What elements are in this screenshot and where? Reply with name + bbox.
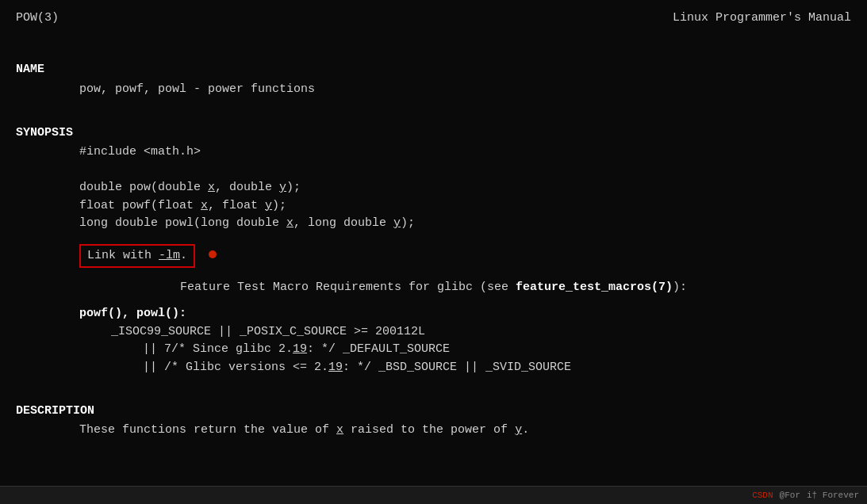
param-y-3: y [393,216,401,230]
forever-label: i† Forever [807,489,859,502]
param-x-2: x [201,199,208,212]
man-page: POW(3) Linux Programmer's Manual NAME po… [0,0,867,504]
param-y-2: y [265,199,272,212]
link-note-period: . [180,249,187,262]
feature-detail-3: || /* Glibc versions <= 2.19: */ _BSD_SO… [16,359,851,377]
desc-param-y: y [515,423,522,437]
feature-detail-1: _ISOC99_SOURCE || _POSIX_C_SOURCE >= 200… [16,323,851,342]
name-content: pow, powf, powl - power functions [16,81,851,99]
section-name-label: NAME [16,61,851,79]
feature-powf-powl: powf(), powl(): [16,305,851,323]
sig-powf: float powf(float x, float y); [16,197,851,216]
man-section-right: Linux Programmer's Manual [673,10,851,28]
man-header: POW(3) Linux Programmer's Manual [16,10,851,28]
param-y-1: y [279,181,286,194]
section-synopsis-label: SYNOPSIS [16,124,851,143]
section-description-label: DESCRIPTION [16,403,851,421]
red-dot-indicator [209,250,217,258]
link-note-lm: -lm [159,249,180,262]
sig-pow: double pow(double x, double y); [16,179,851,197]
include-line: #include <math.h> [16,143,851,162]
sig-powl: long double powl(long double x, long dou… [16,215,851,233]
bottom-bar: CSDN @For i† Forever [0,486,867,505]
description-content: These functions return the value of x ra… [16,422,851,440]
feature-test-macros-bold: feature_test_macros(7) [516,281,673,294]
param-x-1: x [208,181,215,194]
link-note-container: Link with -lm. [16,239,851,269]
feature-test-line: Feature Test Macro Requirements for glib… [16,279,851,297]
link-note-box: Link with -lm. [79,244,195,269]
param-x-3: x [286,216,293,230]
feature-detail-2: || 7/* Since glibc 2.19: */ _DEFAULT_SOU… [16,341,851,359]
csdn-label: CSDN [752,489,773,502]
link-note-text: Link with [87,249,159,262]
desc-param-x: x [336,423,343,437]
at-label: @For [780,489,800,502]
man-section-left: POW(3) [16,10,59,28]
